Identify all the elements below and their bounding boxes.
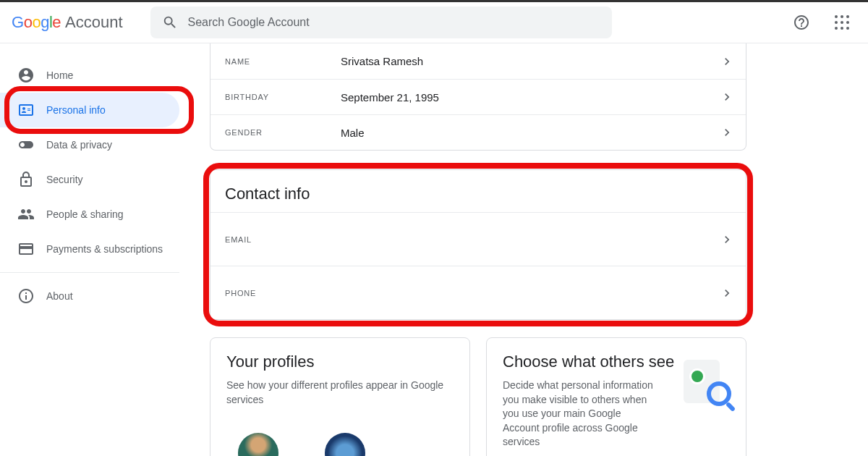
info-row-name[interactable]: NAME Srivatsa Ramesh: [210, 43, 746, 79]
toggle-icon: [17, 136, 35, 153]
chevron-right-icon: [720, 54, 734, 69]
info-label: BIRTHDAY: [225, 93, 341, 101]
chevron-right-icon: [720, 125, 734, 140]
google-logo: Google: [12, 13, 61, 32]
info-label: NAME: [225, 57, 341, 66]
header-actions: [787, 8, 856, 37]
sidebar-item-label: Data & privacy: [46, 139, 112, 151]
sidebar-nav: Home Personal info Data & privacy Securi…: [0, 43, 190, 454]
help-button[interactable]: [787, 8, 816, 37]
contact-info-card: Contact info EMAIL PHONE: [210, 169, 746, 320]
contact-info-heading: Contact info: [210, 170, 746, 212]
sidebar-item-label: Payments & subscriptions: [46, 243, 163, 255]
apps-icon: [835, 15, 849, 30]
search-container[interactable]: [150, 7, 612, 38]
info-row-gender[interactable]: GENDER Male: [210, 114, 746, 150]
info-label: EMAIL: [225, 235, 341, 244]
sidebar-divider: [0, 272, 179, 273]
profiles-heading: Your profiles: [226, 352, 454, 371]
info-value: Srivatsa Ramesh: [341, 55, 720, 67]
account-label: Account: [65, 13, 123, 32]
lock-icon: [17, 171, 35, 188]
help-icon: [793, 14, 810, 31]
sidebar-item-label: About: [46, 290, 73, 302]
sidebar-item-home[interactable]: Home: [0, 58, 179, 93]
sidebar-item-label: Security: [46, 174, 83, 185]
sidebar-item-label: People & sharing: [46, 208, 124, 220]
info-value: Male: [341, 127, 720, 139]
info-label: GENDER: [225, 128, 341, 137]
apps-button[interactable]: [827, 8, 856, 37]
sidebar-item-payments[interactable]: Payments & subscriptions: [0, 232, 179, 266]
chevron-right-icon: [720, 232, 734, 247]
google-account-logo[interactable]: Google Account: [12, 13, 123, 32]
info-row-phone[interactable]: PHONE: [210, 266, 746, 319]
id-card-icon: [17, 101, 35, 119]
sidebar-item-about[interactable]: About: [0, 279, 179, 313]
chevron-right-icon: [720, 286, 734, 300]
profile-avatar-2[interactable]: [325, 433, 365, 456]
choose-what-others-see-card[interactable]: Choose what others see Decide what perso…: [486, 337, 746, 456]
sidebar-item-people-sharing[interactable]: People & sharing: [0, 197, 179, 232]
sidebar-item-label: Home: [46, 69, 73, 81]
sidebar-item-security[interactable]: Security: [0, 162, 179, 197]
basic-info-card: NAME Srivatsa Ramesh BIRTHDAY September …: [210, 43, 746, 151]
search-icon: [162, 14, 178, 30]
sidebar-item-personal-info[interactable]: Personal info: [0, 93, 179, 127]
sidebar-item-data-privacy[interactable]: Data & privacy: [0, 127, 179, 162]
info-icon: [17, 287, 35, 305]
people-icon: [17, 206, 35, 223]
privacy-illustration: [679, 360, 736, 416]
info-value: September 21, 1995: [341, 91, 720, 104]
profiles-text: See how your different profiles appear i…: [226, 379, 454, 407]
profile-avatar-1[interactable]: [238, 433, 278, 456]
bottom-cards-row: Your profiles See how your different pro…: [210, 337, 868, 456]
payment-icon: [17, 240, 35, 258]
sidebar-item-label: Personal info: [46, 104, 106, 116]
account-circle-icon: [17, 67, 35, 84]
info-row-email[interactable]: EMAIL: [210, 212, 746, 266]
top-header: Google Account: [0, 2, 868, 43]
chevron-right-icon: [720, 90, 734, 104]
info-label: PHONE: [225, 289, 341, 297]
info-row-birthday[interactable]: BIRTHDAY September 21, 1995: [210, 79, 746, 114]
main-content: NAME Srivatsa Ramesh BIRTHDAY September …: [190, 43, 868, 454]
others-see-text: Decide what personal information you mak…: [503, 379, 658, 449]
your-profiles-card[interactable]: Your profiles See how your different pro…: [210, 337, 470, 456]
profile-avatars: [238, 433, 454, 456]
search-input[interactable]: [188, 16, 600, 29]
